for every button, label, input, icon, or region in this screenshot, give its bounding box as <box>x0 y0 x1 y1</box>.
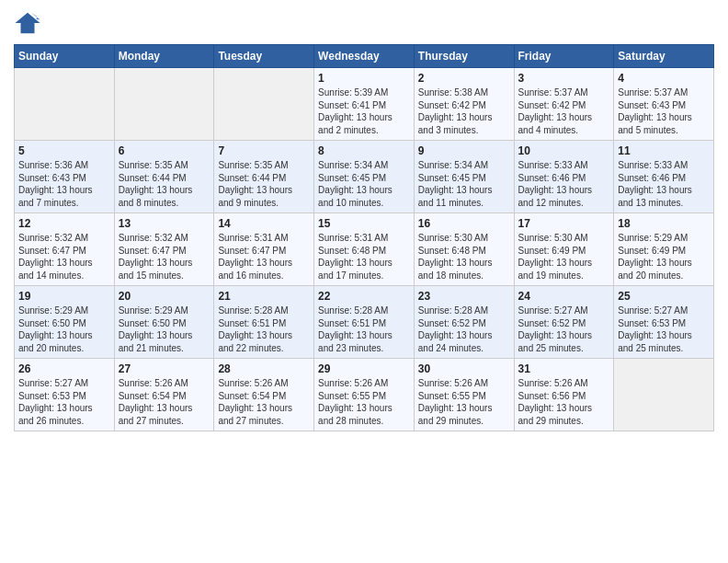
day-cell: 3Sunrise: 5:37 AM Sunset: 6:42 PM Daylig… <box>514 68 614 141</box>
day-detail: Sunrise: 5:37 AM Sunset: 6:42 PM Dayligh… <box>518 86 610 136</box>
day-cell: 14Sunrise: 5:31 AM Sunset: 6:47 PM Dayli… <box>214 213 314 286</box>
day-cell: 31Sunrise: 5:26 AM Sunset: 6:56 PM Dayli… <box>514 359 614 431</box>
weekday-header-row: SundayMondayTuesdayWednesdayThursdayFrid… <box>15 45 714 68</box>
day-cell: 30Sunrise: 5:26 AM Sunset: 6:55 PM Dayli… <box>414 359 514 431</box>
day-cell: 9Sunrise: 5:34 AM Sunset: 6:45 PM Daylig… <box>414 141 514 213</box>
day-detail: Sunrise: 5:27 AM Sunset: 6:52 PM Dayligh… <box>518 304 610 354</box>
day-cell: 10Sunrise: 5:33 AM Sunset: 6:46 PM Dayli… <box>514 141 614 213</box>
day-number: 30 <box>418 362 510 375</box>
day-number: 8 <box>318 144 410 157</box>
day-detail: Sunrise: 5:26 AM Sunset: 6:54 PM Dayligh… <box>218 377 310 427</box>
day-number: 16 <box>418 217 510 230</box>
day-cell: 15Sunrise: 5:31 AM Sunset: 6:48 PM Dayli… <box>314 213 415 286</box>
day-cell: 21Sunrise: 5:28 AM Sunset: 6:51 PM Dayli… <box>214 286 314 359</box>
weekday-header-tuesday: Tuesday <box>214 45 314 68</box>
day-detail: Sunrise: 5:26 AM Sunset: 6:55 PM Dayligh… <box>418 377 510 427</box>
day-number: 12 <box>18 217 110 230</box>
week-row-4: 19Sunrise: 5:29 AM Sunset: 6:50 PM Dayli… <box>15 286 714 359</box>
day-number: 1 <box>318 72 410 85</box>
day-number: 29 <box>318 362 410 375</box>
day-number: 17 <box>518 217 610 230</box>
day-cell: 17Sunrise: 5:30 AM Sunset: 6:49 PM Dayli… <box>514 213 614 286</box>
weekday-header-monday: Monday <box>114 45 214 68</box>
week-row-5: 26Sunrise: 5:27 AM Sunset: 6:53 PM Dayli… <box>15 359 714 431</box>
day-cell: 23Sunrise: 5:28 AM Sunset: 6:52 PM Dayli… <box>414 286 514 359</box>
day-detail: Sunrise: 5:33 AM Sunset: 6:46 PM Dayligh… <box>618 159 710 209</box>
day-number: 18 <box>618 217 710 230</box>
day-detail: Sunrise: 5:30 AM Sunset: 6:49 PM Dayligh… <box>518 232 610 282</box>
day-cell: 11Sunrise: 5:33 AM Sunset: 6:46 PM Dayli… <box>614 141 714 213</box>
day-number: 28 <box>218 362 310 375</box>
day-cell: 22Sunrise: 5:28 AM Sunset: 6:51 PM Dayli… <box>314 286 415 359</box>
day-detail: Sunrise: 5:29 AM Sunset: 6:49 PM Dayligh… <box>618 232 710 282</box>
day-cell: 27Sunrise: 5:26 AM Sunset: 6:54 PM Dayli… <box>114 359 214 431</box>
day-number: 23 <box>418 290 510 303</box>
day-cell: 19Sunrise: 5:29 AM Sunset: 6:50 PM Dayli… <box>15 286 115 359</box>
day-number: 10 <box>518 144 610 157</box>
day-detail: Sunrise: 5:29 AM Sunset: 6:50 PM Dayligh… <box>18 304 110 354</box>
weekday-header-sunday: Sunday <box>15 45 115 68</box>
day-detail: Sunrise: 5:28 AM Sunset: 6:52 PM Dayligh… <box>418 304 510 354</box>
day-number: 25 <box>618 290 710 303</box>
day-number: 13 <box>119 217 210 230</box>
logo <box>14 9 45 37</box>
day-cell: 4Sunrise: 5:37 AM Sunset: 6:43 PM Daylig… <box>614 68 714 141</box>
day-number: 5 <box>18 144 110 157</box>
day-number: 19 <box>18 290 110 303</box>
day-cell: 7Sunrise: 5:35 AM Sunset: 6:44 PM Daylig… <box>214 141 314 213</box>
day-detail: Sunrise: 5:39 AM Sunset: 6:41 PM Dayligh… <box>318 86 410 136</box>
day-detail: Sunrise: 5:37 AM Sunset: 6:43 PM Dayligh… <box>618 86 710 136</box>
day-cell: 1Sunrise: 5:39 AM Sunset: 6:41 PM Daylig… <box>314 68 415 141</box>
day-number: 9 <box>418 144 510 157</box>
day-detail: Sunrise: 5:32 AM Sunset: 6:47 PM Dayligh… <box>119 232 210 282</box>
day-detail: Sunrise: 5:26 AM Sunset: 6:56 PM Dayligh… <box>518 377 610 427</box>
weekday-header-wednesday: Wednesday <box>314 45 415 68</box>
weekday-header-thursday: Thursday <box>414 45 514 68</box>
day-detail: Sunrise: 5:31 AM Sunset: 6:47 PM Dayligh… <box>218 232 310 282</box>
day-cell <box>15 68 115 141</box>
logo-icon <box>14 9 41 37</box>
day-detail: Sunrise: 5:31 AM Sunset: 6:48 PM Dayligh… <box>318 232 410 282</box>
day-number: 2 <box>418 72 510 85</box>
day-number: 31 <box>518 362 610 375</box>
day-cell: 25Sunrise: 5:27 AM Sunset: 6:53 PM Dayli… <box>614 286 714 359</box>
day-number: 11 <box>618 144 710 157</box>
week-row-1: 1Sunrise: 5:39 AM Sunset: 6:41 PM Daylig… <box>15 68 714 141</box>
day-cell: 20Sunrise: 5:29 AM Sunset: 6:50 PM Dayli… <box>114 286 214 359</box>
day-detail: Sunrise: 5:34 AM Sunset: 6:45 PM Dayligh… <box>418 159 510 209</box>
day-number: 20 <box>119 290 210 303</box>
day-cell: 2Sunrise: 5:38 AM Sunset: 6:42 PM Daylig… <box>414 68 514 141</box>
day-detail: Sunrise: 5:28 AM Sunset: 6:51 PM Dayligh… <box>218 304 310 354</box>
day-detail: Sunrise: 5:27 AM Sunset: 6:53 PM Dayligh… <box>618 304 710 354</box>
day-cell <box>114 68 214 141</box>
day-detail: Sunrise: 5:27 AM Sunset: 6:53 PM Dayligh… <box>18 377 110 427</box>
calendar-table: SundayMondayTuesdayWednesdayThursdayFrid… <box>14 44 714 431</box>
header <box>14 9 714 37</box>
day-number: 7 <box>218 144 310 157</box>
day-cell: 13Sunrise: 5:32 AM Sunset: 6:47 PM Dayli… <box>114 213 214 286</box>
day-number: 26 <box>18 362 110 375</box>
day-cell <box>214 68 314 141</box>
weekday-header-saturday: Saturday <box>614 45 714 68</box>
day-number: 15 <box>318 217 410 230</box>
day-detail: Sunrise: 5:28 AM Sunset: 6:51 PM Dayligh… <box>318 304 410 354</box>
day-number: 3 <box>518 72 610 85</box>
day-detail: Sunrise: 5:32 AM Sunset: 6:47 PM Dayligh… <box>18 232 110 282</box>
day-number: 14 <box>218 217 310 230</box>
day-cell: 6Sunrise: 5:35 AM Sunset: 6:44 PM Daylig… <box>114 141 214 213</box>
day-cell <box>614 359 714 431</box>
week-row-3: 12Sunrise: 5:32 AM Sunset: 6:47 PM Dayli… <box>15 213 714 286</box>
day-cell: 5Sunrise: 5:36 AM Sunset: 6:43 PM Daylig… <box>15 141 115 213</box>
day-detail: Sunrise: 5:35 AM Sunset: 6:44 PM Dayligh… <box>218 159 310 209</box>
day-number: 22 <box>318 290 410 303</box>
day-cell: 26Sunrise: 5:27 AM Sunset: 6:53 PM Dayli… <box>15 359 115 431</box>
day-cell: 29Sunrise: 5:26 AM Sunset: 6:55 PM Dayli… <box>314 359 415 431</box>
day-cell: 12Sunrise: 5:32 AM Sunset: 6:47 PM Dayli… <box>15 213 115 286</box>
day-detail: Sunrise: 5:34 AM Sunset: 6:45 PM Dayligh… <box>318 159 410 209</box>
day-cell: 24Sunrise: 5:27 AM Sunset: 6:52 PM Dayli… <box>514 286 614 359</box>
day-number: 21 <box>218 290 310 303</box>
day-detail: Sunrise: 5:30 AM Sunset: 6:48 PM Dayligh… <box>418 232 510 282</box>
day-detail: Sunrise: 5:36 AM Sunset: 6:43 PM Dayligh… <box>18 159 110 209</box>
day-cell: 8Sunrise: 5:34 AM Sunset: 6:45 PM Daylig… <box>314 141 415 213</box>
day-cell: 18Sunrise: 5:29 AM Sunset: 6:49 PM Dayli… <box>614 213 714 286</box>
